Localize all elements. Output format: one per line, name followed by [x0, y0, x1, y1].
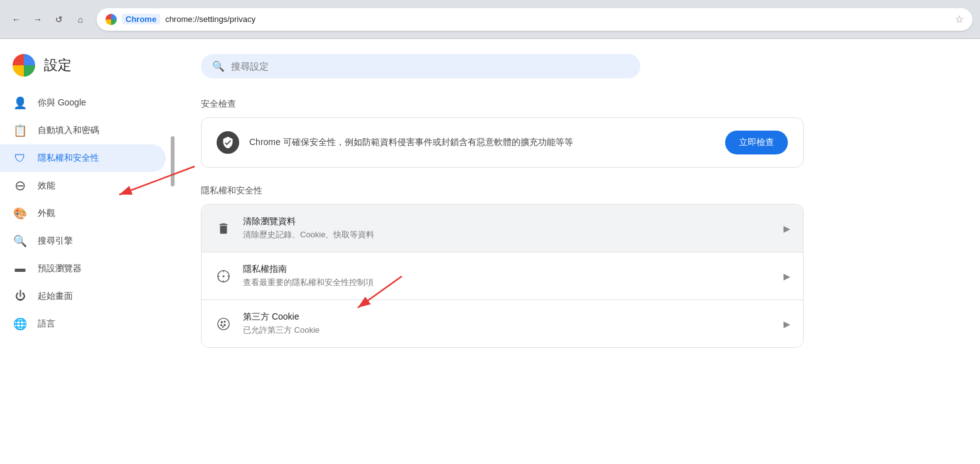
- third-party-cookies-item[interactable]: 第三方 Cookie 已允許第三方 Cookie ▶: [202, 300, 803, 347]
- third-party-cookies-title: 第三方 Cookie: [243, 311, 773, 323]
- privacy-section-title: 隱私權和安全性: [201, 185, 955, 197]
- clear-browsing-text: 清除瀏覽資料 清除歷史記錄、Cookie、快取等資料: [243, 216, 773, 240]
- trash-icon: [214, 219, 233, 238]
- privacy-guide-item[interactable]: 隱私權指南 查看最重要的隱私權和安全性控制項 ▶: [202, 252, 803, 300]
- reload-button[interactable]: ↺: [50, 11, 68, 28]
- sidebar-header: 設定: [0, 49, 176, 89]
- performance-icon: ⊖: [13, 178, 28, 193]
- svg-point-8: [224, 321, 225, 322]
- privacy-guide-text: 隱私權指南 查看最重要的隱私權和安全性控制項: [243, 264, 773, 288]
- browser-toolbar: ← → ↺ ⌂ Chrome chrome://settings/privacy…: [0, 0, 980, 39]
- sidebar-label-performance: 效能: [38, 180, 55, 192]
- address-bar[interactable]: Chrome chrome://settings/privacy ☆: [97, 8, 972, 31]
- privacy-list: 清除瀏覽資料 清除歷史記錄、Cookie、快取等資料 ▶: [201, 204, 804, 348]
- privacy-guide-title: 隱私權指南: [243, 264, 773, 275]
- sidebar-label-appearance: 外觀: [38, 208, 55, 219]
- search-bar[interactable]: 🔍: [201, 54, 640, 78]
- home-button[interactable]: ⌂: [72, 11, 89, 28]
- autofill-icon: 📋: [13, 123, 28, 138]
- search-icon: 🔍: [212, 60, 225, 72]
- sidebar-item-privacy[interactable]: 🛡 隱私權和安全性: [0, 144, 166, 172]
- clear-browsing-desc: 清除歷史記錄、Cookie、快取等資料: [243, 229, 773, 240]
- svg-point-11: [222, 326, 223, 326]
- sidebar-item-appearance[interactable]: 🎨 外觀: [0, 200, 166, 227]
- sidebar: 設定 👤 你與 Google 📋 自動填入和密碼 🛡 隱私權和安全性 ⊖ 效能 …: [0, 39, 176, 464]
- person-icon: 👤: [13, 95, 28, 111]
- compass-icon: [214, 267, 233, 286]
- sidebar-label-language: 語言: [38, 318, 55, 330]
- startup-icon: ⏻: [13, 289, 28, 304]
- sidebar-item-performance[interactable]: ⊖ 效能: [0, 172, 166, 200]
- appearance-icon: 🎨: [13, 206, 28, 221]
- privacy-guide-desc: 查看最重要的隱私權和安全性控制項: [243, 277, 773, 288]
- safety-description: Chrome 可確保安全性，例如防範資料侵害事件或封鎖含有惡意軟體的擴充功能等等: [249, 137, 715, 148]
- scrollbar-thumb: [171, 136, 175, 186]
- svg-point-9: [220, 324, 222, 325]
- forward-button[interactable]: →: [29, 11, 46, 28]
- safety-check-title: 安全檢查: [201, 99, 955, 110]
- clear-browsing-item[interactable]: 清除瀏覽資料 清除歷史記錄、Cookie、快取等資料 ▶: [202, 205, 803, 252]
- sidebar-item-search[interactable]: 🔍 搜尋引擎: [0, 227, 166, 255]
- chrome-favicon-icon: [105, 14, 117, 25]
- sidebar-label-default-browser: 預設瀏覽器: [38, 263, 82, 274]
- language-icon: 🌐: [13, 316, 28, 332]
- cookie-icon: [214, 315, 233, 333]
- svg-point-1: [223, 276, 224, 277]
- sidebar-item-autofill[interactable]: 📋 自動填入和密碼: [0, 117, 166, 144]
- svg-point-6: [218, 318, 229, 329]
- bookmark-button[interactable]: ☆: [955, 13, 964, 25]
- search-input[interactable]: [231, 61, 629, 72]
- chrome-tab-label: Chrome: [122, 14, 160, 24]
- settings-page: 設定 👤 你與 Google 📋 自動填入和密碼 🛡 隱私權和安全性 ⊖ 效能 …: [0, 39, 980, 464]
- svg-point-7: [221, 321, 222, 323]
- sidebar-label-you-and-google: 你與 Google: [38, 97, 86, 109]
- safety-check-card: Chrome 可確保安全性，例如防範資料侵害事件或封鎖含有惡意軟體的擴充功能等等…: [201, 117, 804, 168]
- sidebar-title: 設定: [44, 56, 72, 75]
- third-party-cookies-text: 第三方 Cookie 已允許第三方 Cookie: [243, 311, 773, 336]
- sidebar-item-default-browser[interactable]: ▬ 預設瀏覽器: [0, 255, 166, 283]
- svg-point-10: [224, 324, 225, 325]
- chevron-right-icon-2: ▶: [783, 271, 790, 281]
- chrome-logo-icon: [13, 54, 35, 77]
- default-browser-icon: ▬: [13, 261, 28, 276]
- chevron-right-icon-3: ▶: [783, 319, 790, 329]
- sidebar-item-startup[interactable]: ⏻ 起始畫面: [0, 283, 166, 310]
- sidebar-item-language[interactable]: 🌐 語言: [0, 310, 166, 338]
- nav-buttons: ← → ↺ ⌂: [8, 11, 89, 28]
- sidebar-nav: 👤 你與 Google 📋 自動填入和密碼 🛡 隱私權和安全性 ⊖ 效能 🎨 外…: [0, 89, 176, 338]
- safety-check-button[interactable]: 立即檢查: [725, 131, 788, 154]
- clear-browsing-title: 清除瀏覽資料: [243, 216, 773, 227]
- sidebar-label-startup: 起始畫面: [38, 291, 73, 302]
- url-text: chrome://settings/privacy: [165, 14, 256, 24]
- search-nav-icon: 🔍: [13, 234, 28, 249]
- safety-shield-icon: [217, 131, 239, 154]
- sidebar-item-you-and-google[interactable]: 👤 你與 Google: [0, 89, 166, 117]
- third-party-cookies-desc: 已允許第三方 Cookie: [243, 325, 773, 336]
- sidebar-label-autofill: 自動填入和密碼: [38, 125, 99, 136]
- sidebar-label-search: 搜尋引擎: [38, 235, 73, 247]
- sidebar-label-privacy: 隱私權和安全性: [38, 153, 99, 164]
- back-button[interactable]: ←: [8, 11, 25, 28]
- shield-icon: 🛡: [13, 151, 28, 166]
- chevron-right-icon: ▶: [783, 224, 790, 234]
- main-content: 🔍 安全檢查 Chrome 可確保安全性，例如防範資料侵害事件或封鎖含有惡意軟體…: [176, 39, 980, 464]
